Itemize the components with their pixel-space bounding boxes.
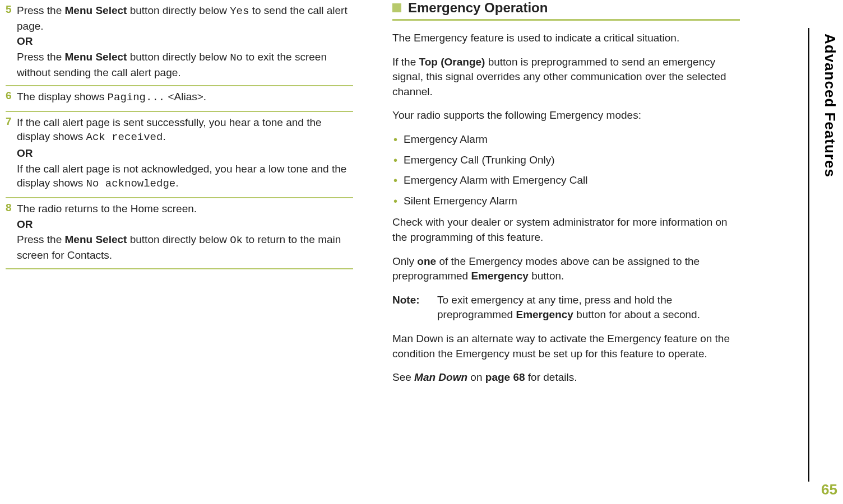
text-bold: page 68 [485, 371, 525, 383]
page-number: 65 [821, 481, 837, 498]
text: If the [392, 56, 419, 68]
bullet-list: Emergency Alarm Emergency Call (Trunking… [392, 132, 740, 208]
text-bold: Menu Select [65, 234, 127, 245]
step-8: 8 The radio returns to the Home screen. … [6, 198, 353, 269]
text: If the call alert page is sent successfu… [17, 116, 322, 143]
paragraph: Check with your dealer or system adminis… [392, 215, 740, 245]
text-bold: Menu Select [65, 51, 127, 63]
text-bold-italic: Man Down [414, 371, 467, 383]
step-number: 7 [6, 115, 17, 193]
text: button for about a second. [573, 309, 700, 320]
heading-text: Emergency Operation [408, 0, 548, 16]
text: . [163, 130, 165, 142]
text-bold: Emergency [471, 270, 528, 282]
right-column: Emergency Operation The Emergency featur… [392, 0, 757, 504]
side-tab-label: Advanced Features [821, 34, 839, 178]
text-mono: Yes [230, 5, 249, 17]
text-mono: Paging... [108, 91, 165, 104]
text-mono: Ok [230, 234, 243, 246]
page: 5 Press the Menu Select button directly … [0, 0, 843, 504]
text: button. [529, 270, 564, 282]
text: on [467, 371, 485, 383]
paragraph: Only one of the Emergency modes above ca… [392, 254, 740, 284]
paragraph: The Emergency feature is used to indicat… [392, 31, 740, 46]
step-body: If the call alert page is sent successfu… [17, 115, 353, 193]
text-mono: Ack received [86, 131, 163, 143]
note-body: To exit emergency at any time, press and… [437, 293, 740, 323]
text: The display shows [17, 91, 108, 102]
step-7: 7 If the call alert page is sent success… [6, 112, 353, 198]
text: Only [392, 255, 417, 267]
text-mono: No acknowledge [86, 178, 176, 190]
text: . [175, 177, 178, 189]
step-5: 5 Press the Menu Select button directly … [6, 0, 353, 86]
text: button directly below [127, 51, 230, 63]
paragraph: Man Down is an alternate way to activate… [392, 332, 740, 361]
text-bold: Emergency [516, 309, 573, 320]
text: for details. [525, 371, 577, 383]
note-block: Note: To exit emergency at any time, pre… [392, 293, 740, 323]
text: button directly below [127, 4, 230, 16]
text-mono: No [230, 52, 243, 64]
list-item: Silent Emergency Alarm [392, 194, 740, 209]
list-item: Emergency Alarm [392, 132, 740, 147]
or-label: OR [17, 34, 353, 49]
text: See [392, 371, 414, 383]
list-item: Emergency Call (Trunking Only) [392, 153, 740, 168]
step-number: 5 [6, 3, 17, 81]
left-column: 5 Press the Menu Select button directly … [6, 0, 370, 504]
step-number: 6 [6, 90, 17, 106]
right-border [808, 28, 809, 482]
text-bold: Menu Select [65, 4, 127, 16]
text: The radio returns to the Home screen. [17, 203, 197, 214]
step-body: Press the Menu Select button directly be… [17, 3, 353, 81]
step-body: The radio returns to the Home screen. OR… [17, 202, 353, 264]
text: If the call alert page is not acknowledg… [17, 163, 346, 189]
list-item: Emergency Alarm with Emergency Call [392, 173, 740, 188]
or-label: OR [17, 217, 353, 232]
text: Press the [17, 51, 65, 63]
step-number: 8 [6, 202, 17, 264]
text: Press the [17, 234, 65, 245]
text: Press the [17, 4, 65, 16]
text-bold: one [417, 255, 436, 267]
or-label: OR [17, 146, 353, 161]
paragraph: If the Top (Orange) button is preprogram… [392, 55, 740, 100]
heading-bullet-icon [392, 3, 401, 12]
text-bold: Top (Orange) [419, 56, 485, 68]
text: <Alias>. [165, 91, 206, 102]
text: button directly below [127, 234, 230, 245]
note-label: Note: [392, 293, 437, 323]
paragraph: Your radio supports the following Emerge… [392, 108, 740, 123]
step-6: 6 The display shows Paging... <Alias>. [6, 86, 353, 112]
paragraph: See Man Down on page 68 for details. [392, 370, 740, 385]
step-body: The display shows Paging... <Alias>. [17, 90, 206, 106]
section-heading: Emergency Operation [392, 0, 740, 21]
